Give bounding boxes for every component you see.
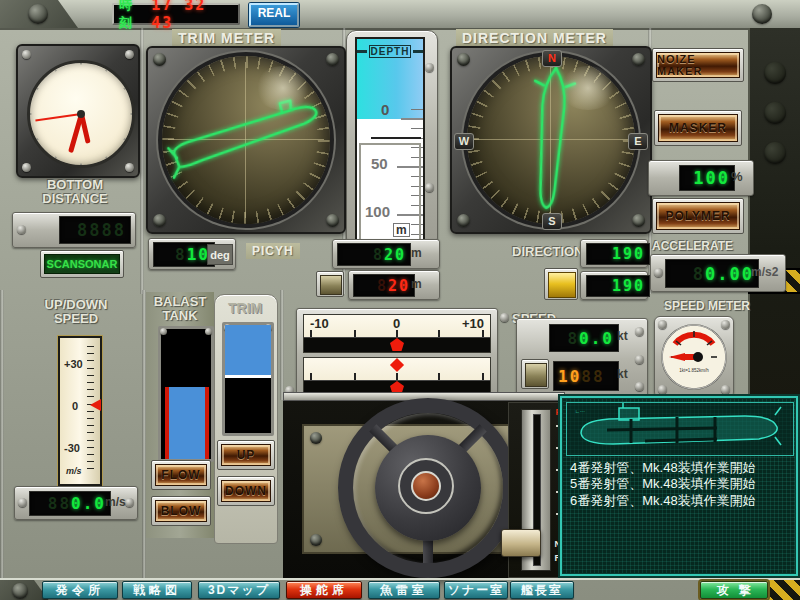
noize-maker-frame: NOIZE MAKER: [652, 48, 744, 82]
real-button[interactable]: REAL: [249, 3, 299, 27]
nav-captain-room[interactable]: 艦長室: [510, 581, 574, 599]
depth-target-lcd: 8 20: [337, 243, 411, 266]
scansonar-button[interactable]: SCANSONAR: [44, 254, 120, 274]
scale-tick: [482, 330, 484, 337]
compass-n: N: [542, 50, 562, 67]
wheel-hub: [375, 435, 481, 541]
updown-scale-unit: m/s: [66, 466, 82, 476]
masker-charge-lcd: 100: [679, 165, 735, 191]
rudder-slider-top[interactable]: -10 0 +10: [303, 314, 491, 353]
depth-current-unit: m: [411, 277, 422, 291]
pitch-dim: 8: [175, 245, 187, 264]
scale-tick: [310, 373, 312, 380]
bottom-distance-line1: BOTTOM: [30, 178, 120, 192]
direction-current-value: 190: [612, 277, 645, 295]
screw: [635, 327, 644, 336]
accelerate-dim: 8: [693, 264, 705, 284]
depth-water-zone: DEPTH: [357, 39, 423, 119]
throttle-ticks: [556, 425, 559, 535]
polymer-button[interactable]: POLYMER: [656, 202, 740, 230]
attack-button[interactable]: 攻撃: [700, 581, 768, 599]
title-dash: [357, 50, 367, 53]
depth-gauge: DEPTH 0 50 100 m: [346, 30, 438, 248]
clock-center: [77, 110, 85, 118]
throttle-handle[interactable]: [501, 529, 541, 557]
top-bar: 時刻 17 32 43 REAL: [0, 0, 800, 30]
masker-frame: MASKER: [654, 110, 742, 146]
trim-dial: [162, 56, 330, 224]
masker-button[interactable]: MASKER: [658, 114, 738, 142]
screw: [425, 183, 434, 192]
trim-meter-label: TRIM METER: [172, 29, 281, 47]
nav-torpedo-room[interactable]: 魚雷室: [368, 581, 440, 599]
depth-target-display: 8 20 m: [332, 239, 440, 269]
updown-dim: 88: [48, 494, 71, 513]
knob: [764, 142, 786, 164]
seam: [280, 290, 284, 400]
updown-scale-zero: 0: [72, 400, 78, 412]
screw: [22, 50, 31, 59]
speed-orange-value: 10: [558, 367, 581, 386]
direction-ordered-value: 190: [612, 245, 645, 263]
speed-orange-dim: 88: [581, 367, 604, 386]
trim-up-button[interactable]: UP: [221, 444, 271, 466]
rudder-slider-bottom[interactable]: [303, 357, 491, 396]
updown-scale-minus: -30: [64, 442, 80, 454]
message-panel: ∟··· 4番発射管、Mk.48装填作業開始 5番発射管、Mk.48装填作業開始…: [560, 396, 798, 576]
depth-tube: DEPTH 0 50 100 m: [355, 37, 425, 243]
depth-khaki-button[interactable]: [320, 275, 342, 295]
top-left-bolt: [28, 4, 48, 24]
screw: [654, 268, 663, 277]
masker-charge-value: 100: [693, 168, 730, 188]
flow-button[interactable]: FLOW: [155, 464, 207, 486]
scale-tick: [396, 330, 398, 337]
compass-e: E: [628, 133, 648, 150]
pitch-label: PICYH: [246, 243, 300, 259]
clock-digits: 17 32 43: [151, 0, 233, 32]
heading-submarine-silhouette: [506, 57, 597, 222]
speed-meter-gauge: 1kt=1.852km/h: [654, 316, 734, 398]
scale-tick: [354, 330, 356, 337]
analog-clock: [16, 44, 140, 178]
depth-unit: m: [393, 223, 410, 237]
nav-strategy-map[interactable]: 戦略図: [122, 581, 192, 599]
nav-sonar-room[interactable]: ソナー室: [444, 581, 508, 599]
speed-green-unit: kt: [617, 329, 628, 343]
scale-tick: [482, 373, 484, 380]
screw: [632, 214, 645, 227]
message-log: 4番発射管、Mk.48装填作業開始 5番発射管、Mk.48装填作業開始 6番発射…: [570, 460, 792, 509]
ballast-line2: TANK: [148, 309, 212, 323]
noize-maker-button[interactable]: NOIZE MAKER: [656, 52, 740, 78]
ballast-label: BALAST TANK: [148, 295, 212, 324]
accelerate-label: ACCELERATE: [652, 240, 733, 253]
ballast-tank-gauge: [158, 326, 214, 462]
rudder-scale-plus: +10: [462, 316, 484, 331]
hub-inner-ring: [398, 458, 454, 514]
steering-wheel[interactable]: [338, 398, 518, 578]
screw: [153, 214, 166, 227]
scale-tick: [396, 373, 398, 380]
trim-down-button[interactable]: DOWN: [221, 480, 271, 502]
scale-tick: [438, 330, 440, 337]
speed-khaki-button[interactable]: [525, 363, 547, 387]
ordered-diamond-marker: [390, 358, 404, 372]
trim-down-frame: DOWN: [217, 476, 275, 506]
nav-helm-station[interactable]: 操舵席: [286, 581, 362, 599]
direction-label: DIRECTION: [512, 245, 584, 259]
trim-water: [225, 325, 271, 378]
nav-3d-map[interactable]: 3Dマップ: [198, 581, 280, 599]
depth-current-marker: [371, 137, 421, 139]
depth-tick-0: 0: [381, 101, 389, 118]
rudder-scale-minus: -10: [310, 316, 329, 331]
rudder-scale-zero: 0: [393, 316, 400, 331]
direction-yellow-button[interactable]: [548, 272, 576, 298]
depth-target-value: 20: [384, 246, 406, 264]
hub-center-button[interactable]: [411, 471, 441, 501]
message-line: 5番発射管、Mk.48装填作業開始: [570, 476, 792, 492]
nav-command-room[interactable]: 発令所: [42, 581, 118, 599]
screw: [457, 53, 470, 66]
blow-button[interactable]: BLOW: [155, 500, 207, 522]
submarine-schematic: ∟···: [566, 402, 794, 456]
flow-frame: FLOW: [151, 460, 211, 490]
screw: [125, 163, 134, 172]
